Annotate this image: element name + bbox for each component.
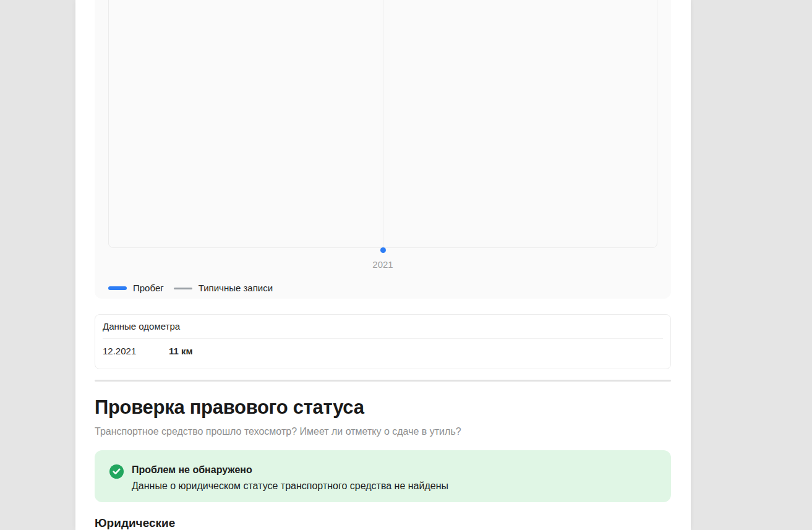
section-divider xyxy=(95,380,671,382)
typical-records-line-swatch-icon xyxy=(174,288,192,289)
mileage-chart-plot[interactable] xyxy=(108,0,657,248)
odometer-row-value: 11 км xyxy=(169,346,193,356)
report-page: 2021 Пробег Типичные записи Данные одоме… xyxy=(75,0,691,530)
subsection-title: Юридические xyxy=(95,516,175,530)
status-banner-title: Проблем не обнаружено xyxy=(132,463,252,477)
table-row: 12.2021 11 км xyxy=(95,339,670,363)
status-banner-description: Данные о юридическом статусе транспортно… xyxy=(132,479,448,493)
odometer-table-card: Данные одометра 12.2021 11 км xyxy=(95,314,671,369)
mileage-data-point[interactable] xyxy=(380,247,386,253)
section-title: Проверка правового статуса xyxy=(95,396,364,419)
chart-vertical-gridline xyxy=(383,0,383,247)
odometer-table-title: Данные одометра xyxy=(95,315,670,338)
section-subtitle: Транспортное средство прошло техосмотр? … xyxy=(95,425,461,438)
mileage-chart-card: 2021 Пробег Типичные записи xyxy=(95,0,671,299)
chart-legend: Пробег Типичные записи xyxy=(108,282,273,294)
check-icon xyxy=(109,464,124,479)
mileage-line-swatch-icon xyxy=(108,286,127,290)
legend-label-typical-records: Типичные записи xyxy=(199,282,273,294)
legend-item-mileage[interactable]: Пробег xyxy=(108,282,164,294)
status-banner-success: Проблем не обнаружено Данные о юридическ… xyxy=(95,450,671,502)
x-axis-tick-label: 2021 xyxy=(108,259,657,271)
legend-label-mileage: Пробег xyxy=(133,282,164,294)
legend-item-typical-records[interactable]: Типичные записи xyxy=(174,282,273,294)
odometer-row-date: 12.2021 xyxy=(103,346,169,356)
